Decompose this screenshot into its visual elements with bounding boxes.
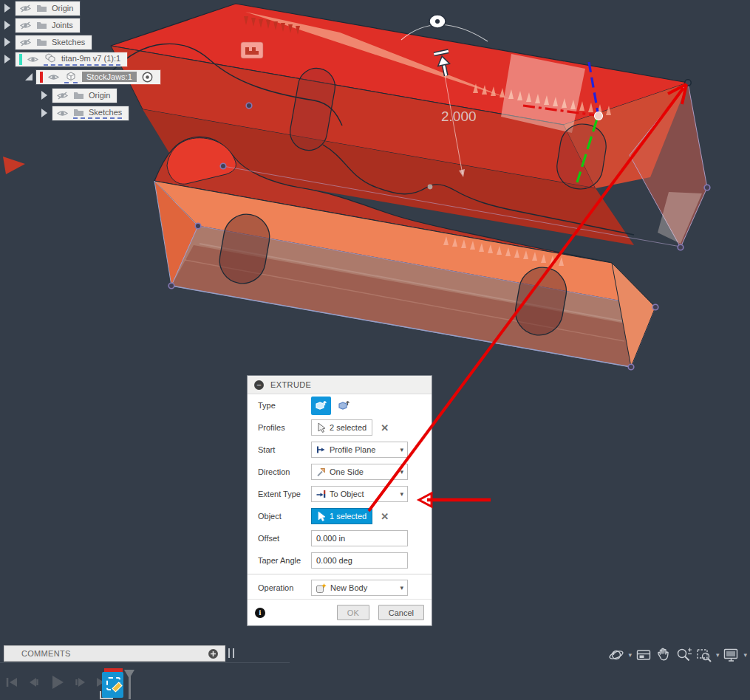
tree-item-label: Origin [52, 4, 73, 13]
eye-visible-icon[interactable] [56, 109, 69, 118]
offset-label: Offset [258, 534, 311, 543]
type-label: Type [258, 401, 311, 410]
operation-dropdown[interactable]: New Body ▾ [311, 580, 408, 596]
extrude-dialog: − EXTRUDE Type Profiles 2 selected ✕ Sta… [247, 375, 432, 626]
chevron-down-icon: ▾ [400, 446, 403, 453]
thin-extrude-icon [337, 399, 351, 412]
object-selection-button[interactable]: 1 selected [311, 508, 372, 524]
eye-hidden-icon[interactable] [19, 38, 32, 47]
eye-visible-icon[interactable] [47, 72, 60, 82]
ok-button[interactable]: OK [337, 605, 369, 620]
tree-item-label: titan-9m v7 (1):1 [61, 54, 120, 63]
step-forward-button[interactable] [73, 674, 88, 690]
comments-bar[interactable]: COMMENTS [4, 645, 225, 662]
orbit-tool-button[interactable] [607, 647, 625, 663]
expand-arrow-icon[interactable] [41, 91, 47, 100]
cancel-button[interactable]: Cancel [378, 605, 424, 620]
pan-tool-button[interactable] [655, 646, 673, 663]
info-icon[interactable]: i [255, 608, 265, 618]
expand-arrow-icon[interactable] [4, 4, 10, 13]
row-start: Start Profile Plane ▾ [248, 439, 432, 461]
tree-item-label: Joints [52, 21, 73, 30]
direction-label: Direction [258, 467, 311, 476]
panel-resize-handle[interactable] [228, 648, 234, 658]
folder-icon [36, 21, 47, 30]
comments-label: COMMENTS [21, 649, 71, 658]
folder-icon [36, 38, 47, 47]
eye-hidden-icon[interactable] [19, 4, 32, 13]
chevron-down-icon: ▾ [400, 490, 403, 498]
extent-type-label: Extent Type [258, 490, 311, 498]
chevron-down-icon: ▾ [400, 468, 403, 476]
folder-icon [73, 91, 84, 100]
expand-arrow-icon[interactable] [41, 109, 47, 117]
tree-row-origin-child[interactable]: Origin [41, 88, 117, 103]
play-button[interactable] [47, 673, 67, 692]
display-settings-button[interactable] [722, 647, 740, 663]
assembly-icon [44, 52, 57, 64]
dialog-title: EXTRUDE [270, 380, 311, 389]
row-direction: Direction One Side ▾ [248, 461, 432, 483]
tree-item-label: Sketches [52, 38, 85, 47]
dialog-divider [248, 574, 432, 574]
extrude-dialog-header[interactable]: − EXTRUDE [248, 376, 432, 394]
chevron-down-icon[interactable]: ▾ [743, 651, 747, 659]
component-color-bar [19, 54, 22, 65]
chevron-down-icon: ▾ [400, 584, 403, 591]
timeline-top-border [0, 662, 290, 663]
cursor-icon [317, 422, 326, 433]
taper-angle-input[interactable] [311, 552, 408, 569]
operation-label: Operation [258, 583, 311, 592]
go-to-start-button[interactable] [4, 674, 19, 690]
expand-arrow-icon[interactable] [4, 55, 10, 64]
zoom-window-tool-button[interactable] [695, 647, 713, 663]
start-dropdown[interactable]: Profile Plane ▾ [311, 442, 408, 458]
object-label: Object [258, 512, 311, 521]
dialog-footer: i OK Cancel [248, 599, 432, 625]
chevron-down-icon[interactable]: ▾ [716, 651, 720, 659]
row-offset: Offset [248, 527, 432, 549]
row-object: Object 1 selected ✕ [248, 505, 432, 527]
eye-hidden-icon[interactable] [19, 21, 32, 30]
tree-item-label: Origin [89, 91, 110, 100]
zoom-tool-button[interactable] [675, 647, 693, 663]
tree-row-sketches[interactable]: Sketches [4, 35, 92, 49]
component-color-bar [40, 72, 43, 83]
one-side-arrow-icon [316, 467, 326, 477]
step-back-button[interactable] [26, 674, 41, 690]
start-label: Start [258, 445, 311, 454]
clear-object-icon[interactable]: ✕ [381, 511, 389, 522]
eye-hidden-icon[interactable] [56, 91, 69, 100]
type-solid-extrude-button[interactable] [311, 397, 331, 415]
collapse-arrow-icon[interactable] [25, 73, 33, 80]
row-operation: Operation New Body ▾ [248, 577, 432, 599]
type-thin-extrude-button[interactable] [334, 397, 354, 415]
look-at-tool-button[interactable] [635, 647, 652, 663]
tree-row-stockjaws-active[interactable]: StockJaws:1 [25, 69, 160, 84]
cursor-icon [317, 511, 326, 521]
to-object-icon [316, 489, 326, 499]
offset-input[interactable] [311, 530, 408, 546]
body-cube-icon [64, 71, 78, 81]
sketch-profile-badge-icon [241, 42, 263, 58]
row-taper-angle: Taper Angle [248, 549, 432, 572]
add-comment-icon[interactable] [208, 648, 219, 659]
chevron-down-icon[interactable]: ▾ [628, 651, 632, 659]
extent-type-dropdown[interactable]: To Object ▾ [311, 486, 408, 502]
direction-dropdown[interactable]: One Side ▾ [311, 464, 408, 480]
clear-profiles-icon[interactable]: ✕ [381, 422, 389, 433]
tree-row-origin[interactable]: Origin [4, 1, 80, 16]
tree-row-titan-component[interactable]: titan-9m v7 (1):1 [4, 52, 127, 66]
curve-grip-point [428, 185, 433, 190]
solid-extrude-icon [314, 399, 328, 412]
eye-visible-icon[interactable] [27, 55, 39, 64]
profiles-selection-button[interactable]: 2 selected [311, 419, 372, 436]
profiles-label: Profiles [258, 423, 311, 432]
activate-component-radio[interactable] [141, 71, 154, 83]
collapse-dialog-icon[interactable]: − [254, 380, 264, 390]
expand-arrow-icon[interactable] [4, 21, 10, 30]
expand-arrow-icon[interactable] [4, 38, 10, 47]
tree-row-joints[interactable]: Joints [4, 18, 80, 32]
view-toolbar: ▾ ▾ ▾ [607, 646, 748, 663]
tree-row-sketches-child[interactable]: Sketches [41, 106, 129, 120]
